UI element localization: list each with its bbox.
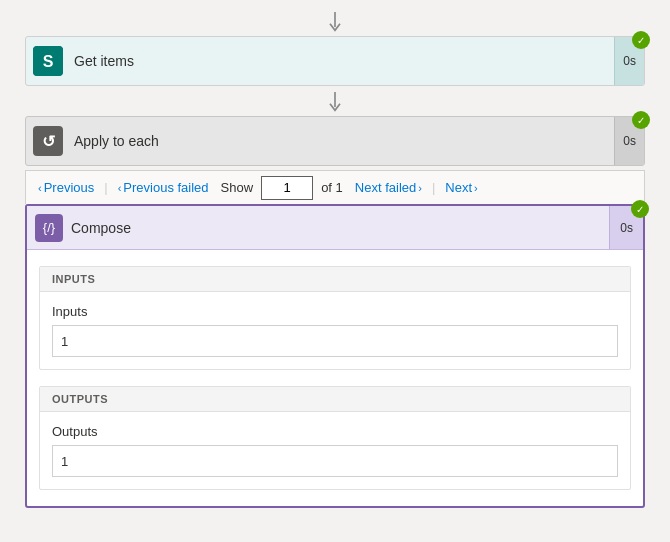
inputs-body: Inputs 1 — [40, 292, 630, 369]
compose-header: {/} Compose 0s — [27, 206, 643, 250]
get-items-icon-container: S — [26, 36, 70, 86]
previous-failed-button[interactable]: ‹ Previous failed — [114, 178, 213, 197]
outputs-field-value: 1 — [52, 445, 618, 477]
apply-to-each-card[interactable]: ↺ Apply to each 0s ✓ — [25, 116, 645, 166]
next-failed-label: Next failed — [355, 180, 416, 195]
top-arrow — [327, 12, 343, 32]
previous-button[interactable]: ‹ Previous — [34, 178, 98, 197]
outputs-header: OUTPUTS — [40, 387, 630, 412]
of-label: of 1 — [321, 180, 343, 195]
inputs-field-label: Inputs — [52, 304, 618, 319]
next-failed-button[interactable]: Next failed › — [351, 178, 426, 197]
next-label: Next — [445, 180, 472, 195]
compose-success-icon: ✓ — [631, 200, 649, 218]
outputs-section: OUTPUTS Outputs 1 — [39, 386, 631, 490]
compose-label: Compose — [71, 220, 601, 236]
next-chevron: › — [474, 182, 478, 194]
next-button[interactable]: Next › — [441, 178, 481, 197]
previous-chevron: ‹ — [38, 182, 42, 194]
get-items-success-icon: ✓ — [632, 31, 650, 49]
inputs-section: INPUTS Inputs 1 — [39, 266, 631, 370]
compose-icon: {/} — [35, 214, 63, 242]
outputs-field-label: Outputs — [52, 424, 618, 439]
pagination-bar: ‹ Previous | ‹ Previous failed Show of 1… — [25, 170, 645, 204]
apply-success-icon: ✓ — [632, 111, 650, 129]
get-items-icon: S — [33, 46, 63, 76]
previous-label: Previous — [44, 180, 95, 195]
middle-arrow — [327, 92, 343, 112]
svg-text:S: S — [43, 53, 54, 70]
apply-icon: ↺ — [33, 126, 63, 156]
inputs-header: INPUTS — [40, 267, 630, 292]
apply-to-each-label: Apply to each — [70, 133, 614, 149]
previous-failed-label: Previous failed — [123, 180, 208, 195]
compose-card[interactable]: {/} Compose 0s ✓ INPUTS Inputs 1 OUTPUTS… — [25, 204, 645, 508]
inputs-field-value: 1 — [52, 325, 618, 357]
next-failed-chevron: › — [418, 182, 422, 194]
sharepoint-icon: S — [33, 46, 63, 76]
sep1: | — [104, 180, 107, 195]
outputs-body: Outputs 1 — [40, 412, 630, 489]
sep2: | — [432, 180, 435, 195]
flow-container: S Get items 0s ✓ ↺ Apply to each 0s ✓ ‹ … — [0, 0, 670, 516]
prev-failed-chevron: ‹ — [118, 182, 122, 194]
page-input[interactable] — [261, 176, 313, 200]
get-items-label: Get items — [70, 53, 614, 69]
get-items-card[interactable]: S Get items 0s ✓ — [25, 36, 645, 86]
apply-icon-container: ↺ — [26, 116, 70, 166]
show-label: Show — [221, 180, 254, 195]
